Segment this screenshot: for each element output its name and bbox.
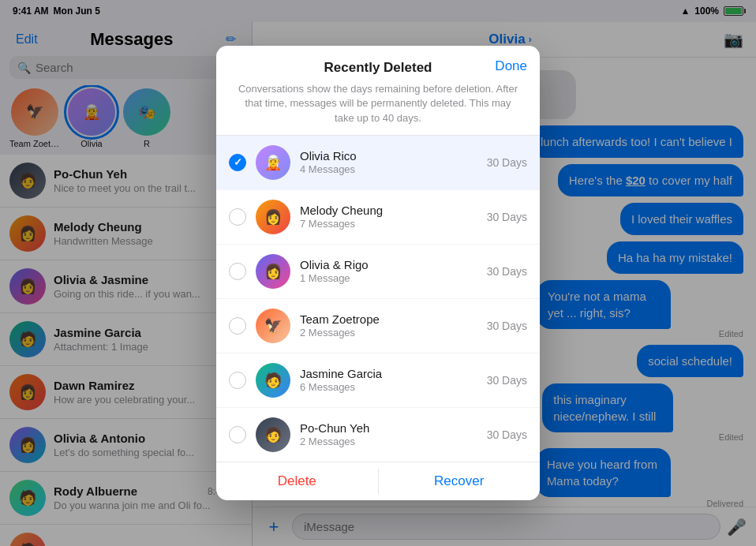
item-sub: 6 Messages <box>300 381 477 393</box>
deleted-item-melody[interactable]: 👩 Melody Cheung 7 Messages 30 Days <box>216 190 540 245</box>
item-name: Olivia Rico <box>300 149 477 163</box>
item-info: Jasmine Garcia 6 Messages <box>300 367 477 393</box>
checkbox-team <box>229 317 246 335</box>
modal-subtitle: Conversations show the days remaining be… <box>216 76 540 135</box>
modal-overlay: Recently Deleted Done Conversations show… <box>0 0 756 546</box>
item-sub: 1 Message <box>300 272 477 284</box>
checkbox-pochun <box>229 426 246 443</box>
item-info: Olivia Rico 4 Messages <box>300 149 477 175</box>
avatar-melody: 👩 <box>256 200 290 234</box>
item-days: 30 Days <box>487 156 527 169</box>
deleted-item-pochun[interactable]: 🧑 Po-Chun Yeh 2 Messages 30 Days <box>216 408 540 462</box>
item-info: Olivia & Rigo 1 Message <box>300 258 477 284</box>
item-sub: 7 Messages <box>300 218 477 230</box>
item-name: Team Zoetrope <box>300 312 477 326</box>
item-name: Melody Cheung <box>300 204 477 217</box>
modal-done-button[interactable]: Done <box>495 58 527 74</box>
deleted-item-olivia-rigo[interactable]: 👩 Olivia & Rigo 1 Message 30 Days <box>216 245 540 299</box>
avatar-olivia-rigo: 👩 <box>256 254 290 289</box>
item-days: 30 Days <box>487 265 527 278</box>
item-sub: 2 Messages <box>300 436 477 447</box>
checkbox-jasmine <box>229 372 246 389</box>
checkbox-melody <box>229 208 246 226</box>
item-days: 30 Days <box>487 374 527 387</box>
checkbox-olivia <box>229 154 246 171</box>
item-name: Jasmine Garcia <box>300 367 477 380</box>
item-days: 30 Days <box>487 320 527 332</box>
avatar-team: 🦅 <box>256 309 290 343</box>
item-info: Po-Chun Yeh 2 Messages <box>300 421 477 447</box>
item-sub: 4 Messages <box>300 163 477 175</box>
item-sub: 2 Messages <box>300 327 477 338</box>
deleted-item-jasmine[interactable]: 🧑 Jasmine Garcia 6 Messages 30 Days <box>216 353 540 408</box>
delete-button[interactable]: Delete <box>216 462 378 500</box>
modal-footer: Delete Recover <box>216 462 540 500</box>
avatar-olivia: 🧝 <box>256 145 290 180</box>
modal-header: Recently Deleted Done <box>216 46 540 76</box>
avatar-jasmine: 🧑 <box>256 363 290 398</box>
item-days: 30 Days <box>487 428 527 441</box>
avatar-pochun: 🧑 <box>256 417 290 452</box>
item-info: Melody Cheung 7 Messages <box>300 204 477 230</box>
modal-title: Recently Deleted <box>324 60 432 76</box>
recover-button[interactable]: Recover <box>379 462 541 500</box>
checkbox-olivia-rigo <box>229 263 246 280</box>
item-info: Team Zoetrope 2 Messages <box>300 312 477 338</box>
deleted-item-team[interactable]: 🦅 Team Zoetrope 2 Messages 30 Days <box>216 299 540 353</box>
modal-list: 🧝 Olivia Rico 4 Messages 30 Days 👩 Melod… <box>216 135 540 462</box>
deleted-item-olivia[interactable]: 🧝 Olivia Rico 4 Messages 30 Days <box>216 136 540 190</box>
recently-deleted-modal: Recently Deleted Done Conversations show… <box>216 46 540 500</box>
item-days: 30 Days <box>487 211 527 223</box>
item-name: Po-Chun Yeh <box>300 421 477 435</box>
item-name: Olivia & Rigo <box>300 258 477 271</box>
